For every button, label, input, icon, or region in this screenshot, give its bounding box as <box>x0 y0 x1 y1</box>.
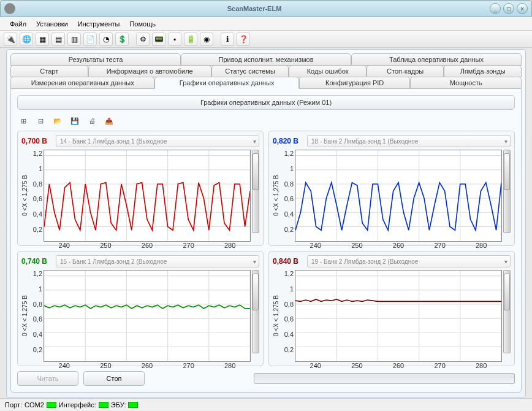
chart-sensor-select[interactable]: 14 - Банк 1 Лямбда-зонд 1 (Выходное <box>56 135 259 147</box>
tab-vehicle-info[interactable]: Информация о автомобиле <box>88 65 211 77</box>
chart-scrollbar[interactable] <box>503 150 511 233</box>
tab-actuators[interactable]: Привод исполнит. механизмов <box>181 53 351 66</box>
tool-connect-icon[interactable]: 🔌 <box>4 33 17 46</box>
maximize-button[interactable]: □ <box>503 3 514 14</box>
chart-scrollbar[interactable] <box>503 270 511 353</box>
tool-terminal-icon[interactable]: ▪ <box>168 33 181 46</box>
plot-area <box>295 150 502 242</box>
collapse-all-icon[interactable]: ⊟ <box>34 115 47 127</box>
y-axis-ticks: 1,210,80,60,40,2 <box>280 150 295 242</box>
chart-current-value: 0,700 В <box>21 137 52 145</box>
tool-help-icon[interactable]: ❓ <box>237 33 250 46</box>
print-icon[interactable]: 🖨 <box>86 115 98 127</box>
y-axis-label: 0 <X < 1,275 В <box>21 270 29 362</box>
chart-scrollbar[interactable] <box>252 270 259 353</box>
tool-info-icon[interactable]: ℹ <box>221 33 234 46</box>
section-title: Графики оперативных данных (Режим 01) <box>17 95 515 110</box>
status-iface-label: Интерфейс: <box>59 401 96 409</box>
y-axis-label: 0 <X < 1,275 В <box>273 150 280 242</box>
chart-3: 0,840 В19 - Банк 2 Лямбда-зонд 2 (Выходн… <box>268 251 515 366</box>
tool-list-icon[interactable]: ▥ <box>67 33 81 46</box>
tab-o2-sensors[interactable]: Лямбда-зонды <box>444 65 522 77</box>
port-led-icon <box>47 402 56 408</box>
status-ecu-label: ЭБУ: <box>111 401 126 409</box>
tabs-row-1: Результаты теста Привод исполнит. механи… <box>10 53 522 66</box>
tool-money-icon[interactable]: 💲 <box>115 33 129 46</box>
tabs-row-2: Старт Информация о автомобиле Статус сис… <box>10 65 522 77</box>
iface-led-icon <box>99 402 108 408</box>
charts-panel: Графики оперативных данных (Режим 01) ⊞ … <box>10 88 522 393</box>
main-toolbar: 🔌 🌐 ▦ ▤ ▥ 📄 ◔ 💲 ⚙ 📟 ▪ 🔋 ◉ ℹ ❓ <box>0 31 532 48</box>
read-button: Читать <box>17 371 78 386</box>
window-title: ScanMaster-ELM <box>19 5 490 12</box>
main-panel: Результаты теста Привод исполнит. механи… <box>6 49 526 398</box>
tab-live-measure[interactable]: Измерения оперативных данных <box>10 77 154 89</box>
open-icon[interactable]: 📂 <box>51 115 64 127</box>
chart-current-value: 0,820 В <box>273 137 303 145</box>
x-axis-ticks: 240250260270280 <box>295 362 502 369</box>
tool-disc-icon[interactable]: ◉ <box>200 33 213 46</box>
tab-system-status[interactable]: Статус системы <box>211 65 289 77</box>
chart-toolbar: ⊞ ⊟ 📂 💾 🖨 📤 <box>17 113 515 128</box>
menubar: Файл Установки Инструменты Помощь <box>0 17 532 31</box>
y-axis-label: 0 <X < 1,275 В <box>21 150 29 242</box>
plot-area <box>44 270 251 362</box>
tab-live-charts[interactable]: Графики оперативных данных <box>154 77 298 89</box>
menu-help[interactable]: Помощь <box>124 18 161 29</box>
chart-sensor-select[interactable]: 15 - Банк 1 Лямбда-зонд 2 (Выходное <box>56 255 259 267</box>
tab-dtc[interactable]: Коды ошибок <box>289 65 367 77</box>
chart-scrollbar[interactable] <box>252 150 259 233</box>
tool-grid2-icon[interactable]: ▤ <box>51 33 65 46</box>
tab-start[interactable]: Старт <box>10 65 88 77</box>
chart-current-value: 0,740 В <box>21 257 52 266</box>
tool-device-icon[interactable]: 📟 <box>152 33 165 46</box>
chart-0: 0,700 В14 - Банк 1 Лямбда-зонд 1 (Выходн… <box>17 131 264 246</box>
tool-gauge-icon[interactable]: ◔ <box>99 33 113 46</box>
chart-current-value: 0,840 В <box>273 257 303 266</box>
x-axis-ticks: 240250260270280 <box>295 242 502 249</box>
menu-settings[interactable]: Установки <box>31 18 73 29</box>
chart-2: 0,740 В15 - Банк 1 Лямбда-зонд 2 (Выходн… <box>17 251 264 366</box>
menu-file[interactable]: Файл <box>5 18 31 29</box>
menu-tools[interactable]: Инструменты <box>73 18 125 29</box>
tool-pref-icon[interactable]: ⚙ <box>136 33 150 46</box>
status-port-label: Порт: <box>5 401 22 409</box>
tool-globe-icon[interactable]: 🌐 <box>20 33 33 46</box>
tabs-row-3: Измерения оперативных данных Графики опе… <box>10 77 522 89</box>
titlebar: ScanMaster-ELM _ □ × <box>0 0 532 17</box>
export-icon[interactable]: 📤 <box>103 115 115 127</box>
tab-live-table[interactable]: Таблица оперативных данных <box>351 53 522 66</box>
chart-sensor-select[interactable]: 18 - Банк 2 Лямбда-зонд 1 (Выходное <box>307 135 511 147</box>
progress-bar <box>254 373 515 384</box>
tool-battery-icon[interactable]: 🔋 <box>184 33 197 46</box>
x-axis-ticks: 240250260270280 <box>44 242 251 249</box>
close-button[interactable]: × <box>517 3 528 14</box>
tab-pid-config[interactable]: Конфигурация PID <box>299 77 411 89</box>
tool-grid1-icon[interactable]: ▦ <box>36 33 49 46</box>
tab-power[interactable]: Мощность <box>410 77 522 89</box>
chart-1: 0,820 В18 - Банк 2 Лямбда-зонд 1 (Выходн… <box>268 131 515 246</box>
ecu-led-icon <box>128 402 138 408</box>
tab-test-results[interactable]: Результаты теста <box>10 53 181 66</box>
status-port-value: COM2 <box>25 401 44 409</box>
tool-report-icon[interactable]: 📄 <box>83 33 97 46</box>
plot-area <box>295 270 502 362</box>
plot-area <box>44 150 251 242</box>
expand-all-icon[interactable]: ⊞ <box>17 115 29 127</box>
save-icon[interactable]: 💾 <box>69 115 81 127</box>
x-axis-ticks: 240250260270280 <box>44 362 251 369</box>
charts-grid: 0,700 В14 - Банк 1 Лямбда-зонд 1 (Выходн… <box>17 131 515 366</box>
y-axis-ticks: 1,210,80,60,40,2 <box>280 270 295 362</box>
stop-button[interactable]: Стоп <box>83 371 145 386</box>
tab-freeze-frames[interactable]: Стоп-кадры <box>367 65 444 77</box>
app-icon <box>4 3 15 14</box>
bottom-bar: Читать Стоп <box>17 371 515 386</box>
y-axis-ticks: 1,210,80,60,40,2 <box>29 270 44 362</box>
status-bar: Порт: COM2 Интерфейс: ЭБУ: <box>0 398 532 410</box>
minimize-button[interactable]: _ <box>490 3 501 14</box>
y-axis-label: 0 <X < 1,275 В <box>273 270 280 362</box>
y-axis-ticks: 1,210,80,60,40,2 <box>29 150 44 242</box>
chart-sensor-select[interactable]: 19 - Банк 2 Лямбда-зонд 2 (Выходное <box>307 255 511 267</box>
